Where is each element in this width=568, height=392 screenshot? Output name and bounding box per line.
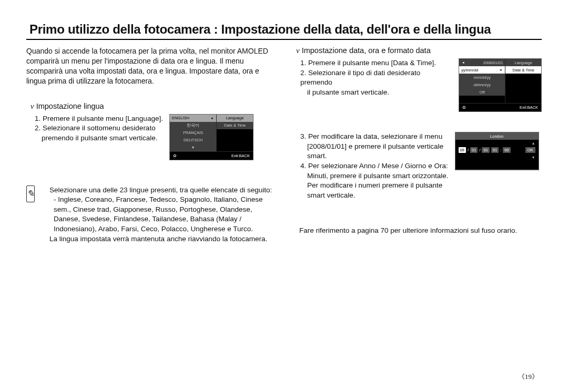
dt-step-3a: 3. Per modificare la data, selezionare i… bbox=[300, 132, 449, 142]
lang-opt-korean: 한국어 bbox=[170, 122, 216, 129]
city-label: London bbox=[455, 132, 539, 140]
page-title: Primo utilizzo della fotocamera : Impost… bbox=[29, 22, 542, 37]
gear-icon bbox=[173, 153, 177, 158]
down-arrow-icon: ▾ bbox=[170, 144, 216, 151]
df-opt-off: Off bbox=[459, 88, 505, 96]
right-tab-language: Language bbox=[217, 115, 253, 122]
screen-dateformat: ◂2008/01/01 yy/mm/dd◂ mm/dd/yy dd/mm/yy … bbox=[459, 58, 542, 112]
page-number: 《19》 bbox=[518, 372, 539, 381]
lang-step-1: 1. Premere il pulsante menu [Language]. bbox=[35, 114, 163, 124]
datetime-steps-34: 3. Per modificare la data, selezionare i… bbox=[300, 132, 449, 200]
note-icon: ✎ bbox=[26, 185, 35, 202]
right-tab-datetime2: Date & Time bbox=[505, 66, 541, 74]
lang-opt-german: DEUTSCH bbox=[170, 137, 216, 144]
gear-icon bbox=[462, 105, 466, 110]
title-rule bbox=[26, 39, 542, 40]
right-tab-datetime: Date & Time bbox=[217, 122, 253, 129]
note-tail: La lingua impostata verrà mantenuta anch… bbox=[49, 234, 276, 244]
left-column: Quando si accende la fotocamera per la p… bbox=[26, 46, 276, 244]
dt-step-3c: smart. bbox=[307, 151, 449, 161]
bullet-icon: v bbox=[31, 102, 34, 110]
exit-back-label2: Exit:BACK bbox=[520, 105, 538, 110]
down-arrow-icon: ▾ bbox=[455, 154, 539, 160]
df-opt-mdy: mm/dd/yy bbox=[459, 74, 505, 81]
note-list: - Inglese, Coreano, Francese, Tedesco, S… bbox=[54, 195, 276, 234]
intro-text: Quando si accende la fotocamera per la p… bbox=[26, 46, 276, 86]
date-day: 01 bbox=[482, 147, 489, 153]
dt-step-2b: il pulsante smart verticale. bbox=[307, 88, 452, 98]
time-hour: 01 bbox=[491, 147, 499, 153]
df-opt-ymd: yy/mm/dd bbox=[461, 68, 479, 73]
datetime-steps-12: 1. Premere il pulsante menu [Data & Time… bbox=[300, 58, 452, 98]
screen-dateset: London ▴ 08/ 01/ 01 01: 00 OK ▾ bbox=[455, 132, 539, 170]
subhead-language-label: Impostazione lingua bbox=[36, 102, 104, 110]
right-tab-language2: Language bbox=[505, 59, 541, 66]
time-min: 00 bbox=[503, 147, 510, 153]
df-opt-dmy: dd/mm/yy bbox=[459, 81, 505, 88]
footnote-timezone: Fare riferimento a pagina 70 per ulterio… bbox=[299, 226, 542, 234]
date-month: 01 bbox=[470, 147, 478, 153]
right-column: vImpostazione data, ora e formato data 1… bbox=[292, 46, 542, 244]
lang-opt-english: ENGLISH bbox=[172, 116, 189, 120]
dt-step-2a: 2. Selezionare il tipo di dati desiderat… bbox=[300, 68, 452, 88]
dt-step-4c: Per modificare i numeri premere il pulsa… bbox=[307, 181, 449, 191]
dt-step-4a: 4. Per selezionare Anno / Mese / Giorno … bbox=[300, 161, 449, 171]
exit-back-label: Exit:BACK bbox=[231, 153, 250, 158]
dt-step-4b: Minuti, premere il pulsante smart orizzo… bbox=[307, 171, 449, 181]
date-year: 08 bbox=[459, 147, 466, 153]
language-steps: 1. Premere il pulsante menu [Language]. … bbox=[35, 114, 163, 143]
date-editor-row: 08/ 01/ 01 01: 00 OK bbox=[455, 146, 539, 154]
dt-step-1: 1. Premere il pulsante menu [Data & Time… bbox=[300, 58, 452, 68]
note-text: Selezionare una delle 23 lingue presenti… bbox=[49, 185, 276, 244]
lang-step-2a: 2. Selezionare il sottomenu desiderato bbox=[35, 123, 163, 133]
ok-button: OK bbox=[525, 147, 535, 153]
dt-step-3b: [2008/01/01] e premere il pulsante verti… bbox=[307, 142, 449, 152]
note-intro: Selezionare una delle 23 lingue presenti… bbox=[49, 185, 276, 195]
lang-step-2b: premendo il pulsante smart verticale. bbox=[42, 133, 163, 143]
subhead-datetime-label: Impostazione data, ora e formato data bbox=[302, 46, 431, 55]
screen-language: ENGLISH◂ 한국어 FRANÇAIS DEUTSCH ▾ Language… bbox=[169, 114, 253, 160]
bullet-icon: v bbox=[296, 46, 300, 55]
lang-opt-french: FRANÇAIS bbox=[170, 129, 216, 137]
df-opt-date: 2008/01/01 bbox=[483, 60, 503, 65]
up-arrow-icon: ▴ bbox=[455, 140, 539, 146]
dt-step-4d: smart verticale. bbox=[307, 191, 449, 201]
subhead-language: vImpostazione lingua bbox=[31, 102, 276, 111]
subhead-datetime: vImpostazione data, ora e formato data bbox=[296, 46, 542, 55]
